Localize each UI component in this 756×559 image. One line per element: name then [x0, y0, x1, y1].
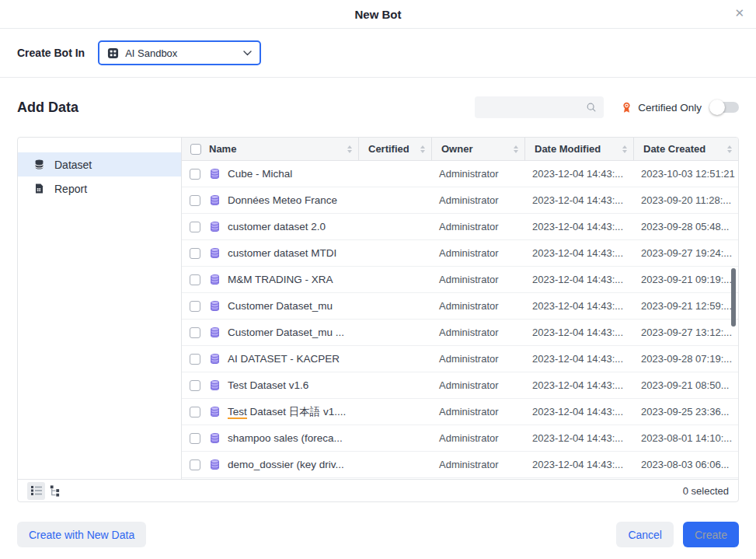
row-checkbox[interactable]: [190, 433, 200, 444]
column-header-date-created[interactable]: Date Created: [633, 138, 738, 160]
certified-only-label: Certified Only: [638, 102, 702, 114]
row-checkbox[interactable]: [190, 195, 200, 206]
row-name: demo_dossier (key driv...: [228, 459, 344, 470]
row-checkbox[interactable]: [190, 380, 200, 391]
row-owner: Administrator: [431, 327, 524, 338]
row-name: customer dataset MTDI: [228, 247, 336, 259]
sort-icon[interactable]: [727, 145, 732, 153]
tree-view-button[interactable]: [45, 482, 63, 500]
table-row[interactable]: Données Meteo France Administrator 2023-…: [182, 187, 738, 214]
row-name-rest: M&M TRADING - XRA: [228, 274, 333, 285]
row-owner: Administrator: [431, 168, 524, 180]
row-checkbox[interactable]: [190, 327, 200, 338]
table-row[interactable]: demo_dossier (key driv... Administrator …: [182, 452, 738, 478]
table-row[interactable]: AI DATASET - KACPER Administrator 2023-1…: [182, 346, 738, 372]
table-row[interactable]: Test Dataset v1.6 Administrator 2023-12-…: [182, 372, 738, 399]
table-row[interactable]: Customer Dataset_mu Administrator 2023-1…: [182, 293, 738, 320]
add-data-toolbar: Add Data Certified Only: [0, 78, 756, 137]
row-name-rest: Cube - Michal: [228, 168, 292, 180]
row-date-created: 2023-09-21 08:50...: [633, 379, 738, 391]
destination-dropdown[interactable]: AI Sandbox: [98, 40, 261, 65]
dataset-icon: [209, 168, 221, 180]
row-date-created: 2023-08-01 14:10:...: [633, 432, 738, 444]
table-row[interactable]: shampoo sales (foreca... Administrator 2…: [182, 425, 738, 452]
table-row[interactable]: Test Dataset 日本語 v1.... Administrator 20…: [182, 399, 738, 425]
row-name: shampoo sales (foreca...: [228, 432, 343, 444]
row-date-created: 2023-09-28 07:19:...: [633, 353, 738, 365]
row-date-created: 2023-10-03 12:51:21: [633, 168, 738, 180]
search-input[interactable]: [482, 102, 586, 114]
row-date-modified: 2023-12-04 14:43:...: [524, 247, 633, 259]
row-date-modified: 2023-12-04 14:43:...: [524, 406, 633, 418]
dialog-title: New Bot: [355, 8, 402, 21]
dialog-actions: Create with New Data Cancel Create: [17, 522, 739, 547]
row-checkbox[interactable]: [190, 274, 200, 285]
select-all-checkbox[interactable]: [190, 144, 201, 155]
row-name: Customer Dataset_mu ...: [228, 327, 344, 338]
dataset-icon: [209, 194, 221, 206]
vertical-scrollbar[interactable]: [731, 268, 736, 327]
table-row[interactable]: Cube - Michal Administrator 2023-12-04 1…: [182, 161, 738, 187]
sort-icon[interactable]: [514, 145, 518, 153]
table-row[interactable]: customer dataset 2.0 Administrator 2023-…: [182, 214, 738, 240]
search-icon: [586, 102, 597, 113]
row-checkbox[interactable]: [190, 459, 200, 470]
create-bot-in-section: Create Bot In AI Sandbox: [0, 29, 756, 78]
sort-icon[interactable]: [420, 145, 425, 153]
row-name-rest: customer dataset MTDI: [228, 247, 336, 259]
row-name-rest: Dataset 日本語 v1....: [247, 406, 347, 418]
dataset-icon: [209, 300, 221, 312]
dataset-icon: [209, 459, 221, 470]
type-sidebar: Dataset Report: [18, 138, 182, 479]
search-box[interactable]: [475, 96, 604, 118]
row-date-modified: 2023-12-04 14:43:...: [524, 327, 633, 338]
column-header-date-modified[interactable]: Date Modified: [524, 138, 633, 160]
row-name-rest: Dataset v1.6: [247, 379, 309, 391]
row-checkbox[interactable]: [190, 354, 200, 365]
create-button[interactable]: Create: [683, 522, 739, 547]
row-date-modified: 2023-12-04 14:43:...: [524, 194, 633, 206]
row-checkbox[interactable]: [190, 407, 200, 418]
row-date-created: 2023-09-25 23:36...: [633, 406, 738, 418]
create-with-new-data-button[interactable]: Create with New Data: [17, 522, 146, 547]
row-name-rest: Customer Dataset_mu ...: [228, 327, 344, 338]
row-name: M&M TRADING - XRA: [228, 274, 333, 285]
row-checkbox[interactable]: [190, 169, 200, 180]
sort-icon[interactable]: [347, 145, 352, 153]
column-header-owner[interactable]: Owner: [431, 138, 524, 160]
row-date-modified: 2023-12-04 14:43:...: [524, 353, 633, 365]
picker-status-bar: 0 selected: [18, 479, 738, 501]
sort-icon[interactable]: [622, 145, 627, 153]
row-date-created: 2023-09-20 11:28:...: [633, 194, 738, 206]
row-checkbox[interactable]: [190, 248, 200, 259]
table-row[interactable]: Customer Dataset_mu ... Administrator 20…: [182, 320, 738, 346]
row-owner: Administrator: [431, 406, 524, 418]
column-header-certified[interactable]: Certified: [358, 138, 431, 160]
certified-only-toggle[interactable]: [712, 102, 739, 113]
row-name-rest: shampoo sales (foreca...: [228, 432, 343, 444]
dataset-icon: [209, 379, 221, 391]
row-name: customer dataset 2.0: [228, 221, 326, 232]
row-date-created: 2023-09-28 05:48...: [633, 221, 738, 232]
row-owner: Administrator: [431, 221, 524, 232]
row-checkbox[interactable]: [190, 222, 200, 232]
row-checkbox[interactable]: [190, 301, 200, 312]
list-view-button[interactable]: [27, 482, 45, 500]
row-date-created: 2023-09-27 13:12:...: [633, 327, 738, 338]
table-row[interactable]: M&M TRADING - XRA Administrator 2023-12-…: [182, 267, 738, 293]
sidebar-item-report[interactable]: Report: [18, 176, 181, 201]
table-row[interactable]: customer dataset MTDI Administrator 2023…: [182, 240, 738, 267]
row-name-rest: Données Meteo France: [228, 194, 337, 206]
dataset-icon: [209, 406, 221, 418]
row-name: Cube - Michal: [228, 168, 292, 180]
close-icon[interactable]: ✕: [734, 7, 744, 19]
column-header-name[interactable]: Name: [207, 138, 358, 160]
row-name: Customer Dataset_mu: [228, 300, 333, 312]
row-owner: Administrator: [431, 274, 524, 285]
cancel-button[interactable]: Cancel: [616, 522, 674, 547]
row-name-highlight: Test: [228, 379, 247, 391]
sidebar-item-dataset[interactable]: Dataset: [18, 152, 181, 176]
destination-dropdown-value: AI Sandbox: [125, 47, 177, 59]
list-view-icon: [30, 485, 43, 496]
chevron-down-icon: [243, 51, 252, 56]
